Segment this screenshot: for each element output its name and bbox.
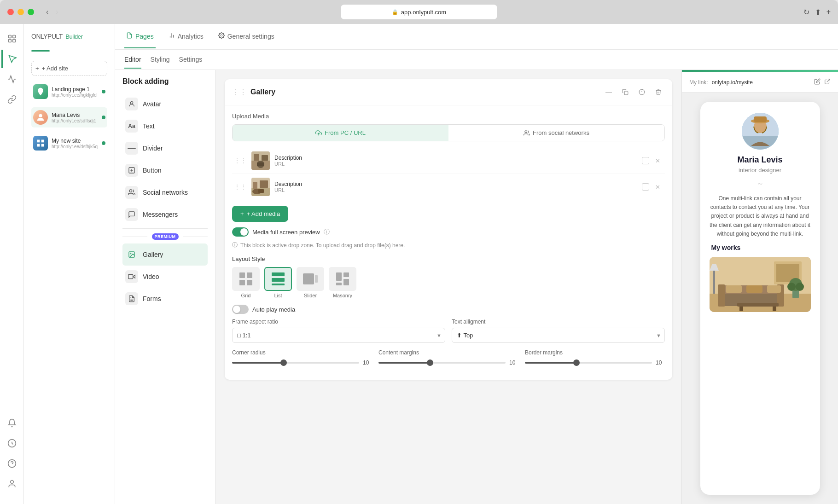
frame-aspect-label: Frame aspect ratio bbox=[232, 319, 445, 325]
media-delete-1[interactable]: ✕ bbox=[652, 155, 663, 166]
corner-radius-value: 10 bbox=[363, 359, 372, 366]
media-fullscreen-info[interactable]: ⓘ bbox=[324, 228, 330, 236]
profile-name: Maria Levis bbox=[737, 155, 782, 165]
svg-rect-12 bbox=[41, 144, 44, 147]
gallery-minimize-btn[interactable]: — bbox=[602, 86, 615, 98]
my-link-label: My link: bbox=[689, 79, 708, 86]
text-alignment-select[interactable]: ⬆ Top Center Bottom bbox=[452, 328, 665, 343]
layout-slider-label: Slider bbox=[304, 293, 317, 298]
gallery-drag-handle[interactable]: ⋮⋮ bbox=[232, 88, 247, 97]
block-item-button[interactable]: Button bbox=[122, 159, 208, 181]
svg-point-34 bbox=[525, 130, 527, 133]
works-title: My works bbox=[711, 244, 741, 251]
content-margins-slider[interactable] bbox=[378, 362, 506, 364]
stats-icon-btn[interactable] bbox=[3, 70, 21, 88]
block-item-messengers[interactable]: Messengers bbox=[122, 203, 208, 226]
block-item-text[interactable]: Aa Text bbox=[122, 115, 208, 137]
upload-label: Upload Media bbox=[232, 113, 665, 120]
frame-aspect-select[interactable]: □ 1:1 16:9 4:3 bbox=[232, 328, 445, 343]
tab-settings[interactable]: Settings bbox=[179, 51, 203, 69]
new-tab-button[interactable]: + bbox=[826, 8, 831, 16]
svg-rect-56 bbox=[336, 272, 342, 281]
gallery-toggle-btn[interactable] bbox=[635, 86, 648, 98]
back-button[interactable]: ‹ bbox=[43, 6, 51, 18]
layout-masonry[interactable]: Masonry bbox=[329, 267, 356, 298]
layout-list[interactable]: List bbox=[264, 267, 292, 298]
frame-aspect-select-wrapper: □ 1:1 16:9 4:3 ▼ bbox=[232, 328, 445, 343]
block-item-forms[interactable]: Forms bbox=[122, 288, 208, 310]
text-alignment-label: Text alligment bbox=[452, 319, 665, 325]
upload-tab-social[interactable]: From social networks bbox=[448, 125, 664, 141]
layout-grid[interactable]: Grid bbox=[232, 267, 260, 298]
divider-ornament: ～ bbox=[757, 179, 764, 189]
upload-tab-pc[interactable]: From PC / URL bbox=[233, 125, 448, 141]
layout-slider[interactable]: Slider bbox=[297, 267, 324, 298]
bottom-icons bbox=[3, 408, 21, 498]
border-margins-slider[interactable] bbox=[525, 362, 652, 364]
block-item-video[interactable]: Video bbox=[122, 266, 208, 288]
gallery-block-icon bbox=[125, 248, 138, 261]
links-icon-btn[interactable] bbox=[3, 90, 21, 109]
border-margins-label: Border margins bbox=[525, 349, 665, 356]
auto-play-row: Auto play media bbox=[232, 305, 665, 314]
media-checkbox-2[interactable] bbox=[642, 183, 649, 191]
site-avatar-new bbox=[33, 136, 48, 151]
block-item-social-networks[interactable]: Social networks bbox=[122, 181, 208, 203]
minimize-traffic-light[interactable] bbox=[17, 9, 24, 15]
media-thumb-2 bbox=[251, 178, 270, 196]
block-item-avatar[interactable]: Avatar bbox=[122, 93, 208, 115]
svg-rect-78 bbox=[767, 285, 781, 293]
block-sidebar: Block adding Avatar Aa Text bbox=[115, 70, 215, 504]
preview-edit-button[interactable] bbox=[814, 78, 821, 86]
billing-icon-btn[interactable] bbox=[3, 434, 21, 452]
close-traffic-light[interactable] bbox=[7, 9, 14, 15]
block-item-gallery[interactable]: Gallery bbox=[122, 243, 208, 266]
svg-point-17 bbox=[130, 102, 133, 104]
border-margins-value: 10 bbox=[656, 359, 665, 366]
maximize-traffic-light[interactable] bbox=[28, 9, 34, 15]
works-image bbox=[710, 257, 811, 312]
svg-rect-10 bbox=[41, 140, 44, 143]
block-item-divider[interactable]: Divider bbox=[122, 137, 208, 159]
svg-rect-26 bbox=[128, 274, 133, 278]
site-item-landing[interactable]: Landing page 1 http://onlyt.ee/hgkfjgfd bbox=[31, 81, 107, 102]
gallery-delete-btn[interactable] bbox=[652, 86, 665, 98]
help-icon-btn[interactable] bbox=[3, 454, 21, 473]
media-thumb-1 bbox=[251, 151, 270, 170]
media-fullscreen-toggle[interactable] bbox=[232, 227, 249, 237]
svg-rect-66 bbox=[754, 116, 767, 122]
site-item-maria[interactable]: Maria Levis http://onlyt.ee/sdflsdj1 bbox=[31, 107, 107, 127]
text-block-icon: Aa bbox=[125, 120, 138, 133]
address-bar[interactable]: 🔒 app.onlypult.com bbox=[341, 5, 497, 19]
add-media-button[interactable]: + + Add media bbox=[232, 206, 288, 222]
svg-rect-58 bbox=[343, 279, 349, 285]
tab-styling[interactable]: Styling bbox=[151, 51, 170, 69]
media-checkbox-1[interactable] bbox=[642, 157, 649, 164]
account-icon-btn[interactable] bbox=[3, 475, 21, 493]
add-site-button[interactable]: + + Add site bbox=[31, 61, 107, 76]
auto-play-toggle[interactable] bbox=[232, 305, 249, 314]
share-button[interactable]: ⬆ bbox=[815, 8, 821, 17]
nav-tab-analytics[interactable]: Analytics bbox=[167, 25, 205, 48]
corner-radius-slider[interactable] bbox=[232, 362, 359, 364]
nav-tab-pages[interactable]: Pages bbox=[124, 25, 156, 48]
media-drag-2[interactable]: ⋮⋮ bbox=[234, 183, 247, 191]
media-delete-2[interactable]: ✕ bbox=[652, 181, 663, 192]
site-item-new[interactable]: My new site http://onlyt.ee/dsfhjk5q bbox=[31, 133, 107, 153]
cursor-icon-btn[interactable] bbox=[1, 50, 23, 68]
home-icon-btn[interactable] bbox=[3, 29, 21, 48]
svg-rect-74 bbox=[718, 284, 725, 307]
preview-share-button[interactable] bbox=[824, 78, 831, 86]
tab-editor[interactable]: Editor bbox=[124, 51, 141, 69]
media-drag-1[interactable]: ⋮⋮ bbox=[234, 157, 247, 164]
svg-rect-38 bbox=[262, 155, 268, 161]
reload-button[interactable]: ↻ bbox=[803, 8, 809, 17]
nav-arrows: ‹ › bbox=[43, 6, 61, 18]
notification-icon-btn[interactable] bbox=[3, 414, 21, 432]
svg-rect-84 bbox=[739, 307, 743, 311]
nav-tab-general-settings[interactable]: General settings bbox=[216, 25, 276, 48]
layout-options: Grid bbox=[232, 267, 665, 298]
browser-titlebar: ‹ › 🔒 app.onlypult.com ↻ ⬆ + bbox=[0, 0, 838, 24]
forward-button[interactable]: › bbox=[53, 6, 61, 18]
gallery-copy-btn[interactable] bbox=[619, 86, 632, 98]
